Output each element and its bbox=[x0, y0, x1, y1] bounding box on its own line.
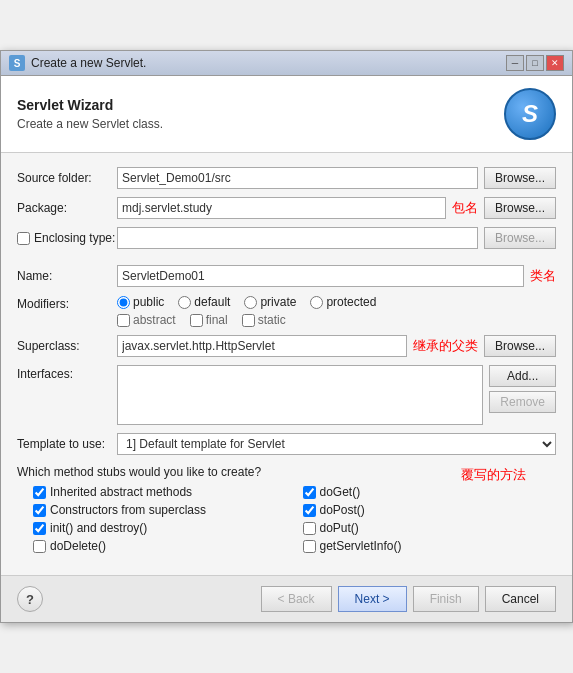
modifier-static-label: static bbox=[258, 313, 286, 327]
name-input[interactable] bbox=[117, 265, 524, 287]
superclass-input[interactable] bbox=[117, 335, 407, 357]
back-button[interactable]: < Back bbox=[261, 586, 332, 612]
stub-dodelete[interactable]: doDelete() bbox=[33, 539, 287, 553]
wizard-header: Servlet Wizard Create a new Servlet clas… bbox=[1, 76, 572, 153]
interfaces-section: Interfaces: Add... Remove bbox=[17, 365, 556, 425]
source-folder-input[interactable] bbox=[117, 167, 478, 189]
help-button[interactable]: ? bbox=[17, 586, 43, 612]
interfaces-buttons: Add... Remove bbox=[489, 365, 556, 413]
stub-init-destroy[interactable]: init() and destroy() bbox=[33, 521, 287, 535]
modifiers-section: Modifiers: public default private bbox=[17, 295, 556, 327]
name-annotation: 类名 bbox=[530, 267, 556, 285]
modifier-final-label: final bbox=[206, 313, 228, 327]
superclass-browse-button[interactable]: Browse... bbox=[484, 335, 556, 357]
template-row: Template to use: 1] Default template for… bbox=[17, 433, 556, 455]
name-label: Name: bbox=[17, 269, 117, 283]
modifier-protected-radio[interactable] bbox=[310, 296, 323, 309]
modifier-private-label: private bbox=[260, 295, 296, 309]
footer-buttons: < Back Next > Finish Cancel bbox=[261, 586, 556, 612]
enclosing-label-group: Enclosing type: bbox=[17, 231, 117, 245]
header-text: Servlet Wizard Create a new Servlet clas… bbox=[17, 97, 163, 131]
close-button[interactable]: ✕ bbox=[546, 55, 564, 71]
modifier-default-radio[interactable] bbox=[178, 296, 191, 309]
stubs-annotation: 覆写的方法 bbox=[461, 466, 526, 484]
cancel-button[interactable]: Cancel bbox=[485, 586, 556, 612]
name-row: Name: 类名 bbox=[17, 265, 556, 287]
next-button[interactable]: Next > bbox=[338, 586, 407, 612]
superclass-row: Superclass: 继承的父类 Browse... bbox=[17, 335, 556, 357]
add-interface-button[interactable]: Add... bbox=[489, 365, 556, 387]
stub-constructors-check[interactable] bbox=[33, 504, 46, 517]
stub-dodelete-label: doDelete() bbox=[50, 539, 106, 553]
modifiers-radio-row: public default private protected bbox=[117, 295, 556, 309]
modifier-private-radio[interactable] bbox=[244, 296, 257, 309]
package-input[interactable] bbox=[117, 197, 446, 219]
stub-dopost-check[interactable] bbox=[303, 504, 316, 517]
package-annotation: 包名 bbox=[452, 199, 478, 217]
stub-doput-check[interactable] bbox=[303, 522, 316, 535]
stub-dopost[interactable]: doPost() bbox=[303, 503, 557, 517]
dialog-window: S Create a new Servlet. ─ □ ✕ Servlet Wi… bbox=[0, 50, 573, 623]
modifier-public[interactable]: public bbox=[117, 295, 164, 309]
superclass-label: Superclass: bbox=[17, 339, 117, 353]
stub-init-destroy-label: init() and destroy() bbox=[50, 521, 147, 535]
modifiers-label: Modifiers: bbox=[17, 295, 117, 311]
stub-doput[interactable]: doPut() bbox=[303, 521, 557, 535]
interfaces-label: Interfaces: bbox=[17, 365, 117, 381]
stub-getservletinfo[interactable]: getServletInfo() bbox=[303, 539, 557, 553]
stub-constructors[interactable]: Constructors from superclass bbox=[33, 503, 287, 517]
title-bar-controls: ─ □ ✕ bbox=[506, 55, 564, 71]
template-label: Template to use: bbox=[17, 437, 117, 451]
enclosing-label: Enclosing type: bbox=[34, 231, 115, 245]
stub-doget-check[interactable] bbox=[303, 486, 316, 499]
modifier-final[interactable]: final bbox=[190, 313, 228, 327]
package-browse-button[interactable]: Browse... bbox=[484, 197, 556, 219]
modifier-public-radio[interactable] bbox=[117, 296, 130, 309]
title-bar-left: S Create a new Servlet. bbox=[9, 55, 146, 71]
enclosing-input[interactable] bbox=[117, 227, 478, 249]
template-select[interactable]: 1] Default template for Servlet bbox=[117, 433, 556, 455]
stub-inherited-abstract[interactable]: Inherited abstract methods bbox=[33, 485, 287, 499]
window-icon: S bbox=[9, 55, 25, 71]
modifier-abstract-check[interactable] bbox=[117, 314, 130, 327]
stub-getservletinfo-check[interactable] bbox=[303, 540, 316, 553]
modifier-static-check[interactable] bbox=[242, 314, 255, 327]
wizard-subtitle: Create a new Servlet class. bbox=[17, 117, 163, 131]
stub-inherited-abstract-check[interactable] bbox=[33, 486, 46, 499]
wizard-logo: S bbox=[504, 88, 556, 140]
modifier-final-check[interactable] bbox=[190, 314, 203, 327]
modifier-private[interactable]: private bbox=[244, 295, 296, 309]
stubs-section: Which method stubs would you like to cre… bbox=[17, 465, 556, 553]
minimize-button[interactable]: ─ bbox=[506, 55, 524, 71]
maximize-button[interactable]: □ bbox=[526, 55, 544, 71]
modifier-default-label: default bbox=[194, 295, 230, 309]
finish-button[interactable]: Finish bbox=[413, 586, 479, 612]
remove-interface-button[interactable]: Remove bbox=[489, 391, 556, 413]
form-content: Source folder: Browse... Package: 包名 Bro… bbox=[1, 153, 572, 575]
stub-constructors-label: Constructors from superclass bbox=[50, 503, 206, 517]
modifier-abstract[interactable]: abstract bbox=[117, 313, 176, 327]
enclosing-checkbox[interactable] bbox=[17, 232, 30, 245]
title-bar: S Create a new Servlet. ─ □ ✕ bbox=[1, 51, 572, 76]
stub-doget[interactable]: doGet() bbox=[303, 485, 557, 499]
stub-inherited-abstract-label: Inherited abstract methods bbox=[50, 485, 192, 499]
stubs-title: Which method stubs would you like to cre… bbox=[17, 465, 261, 479]
wizard-title: Servlet Wizard bbox=[17, 97, 163, 113]
modifier-static[interactable]: static bbox=[242, 313, 286, 327]
stub-init-destroy-check[interactable] bbox=[33, 522, 46, 535]
superclass-annotation: 继承的父类 bbox=[413, 337, 478, 355]
interfaces-listbox[interactable] bbox=[117, 365, 483, 425]
source-folder-label: Source folder: bbox=[17, 171, 117, 185]
modifier-default[interactable]: default bbox=[178, 295, 230, 309]
source-folder-browse-button[interactable]: Browse... bbox=[484, 167, 556, 189]
modifier-protected[interactable]: protected bbox=[310, 295, 376, 309]
modifier-abstract-label: abstract bbox=[133, 313, 176, 327]
modifiers-options: public default private protected bbox=[117, 295, 556, 327]
enclosing-browse-button[interactable]: Browse... bbox=[484, 227, 556, 249]
stub-dodelete-check[interactable] bbox=[33, 540, 46, 553]
stub-doget-label: doGet() bbox=[320, 485, 361, 499]
modifier-public-label: public bbox=[133, 295, 164, 309]
modifier-protected-label: protected bbox=[326, 295, 376, 309]
stub-getservletinfo-label: getServletInfo() bbox=[320, 539, 402, 553]
package-label: Package: bbox=[17, 201, 117, 215]
